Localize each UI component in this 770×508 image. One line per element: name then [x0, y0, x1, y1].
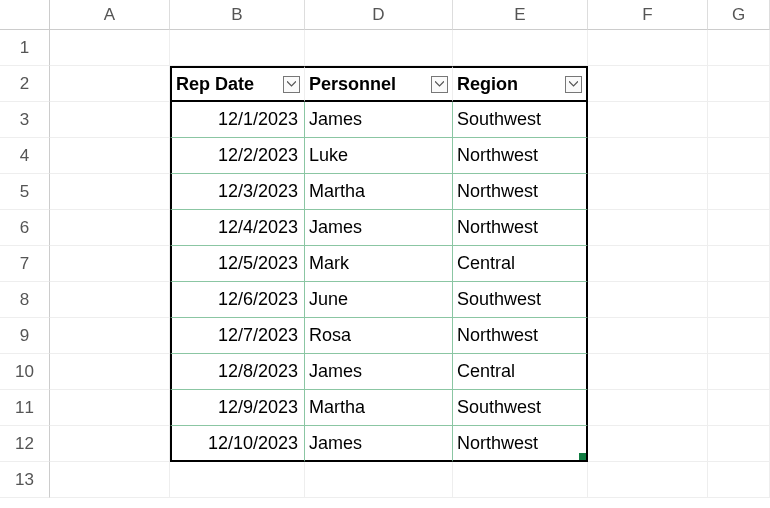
cell-A12[interactable] [50, 426, 170, 462]
column-header-B[interactable]: B [170, 0, 305, 30]
cell-F2[interactable] [588, 66, 708, 102]
cell-A1[interactable] [50, 30, 170, 66]
cell-region[interactable]: Northwest [453, 174, 588, 210]
cell-F7[interactable] [588, 246, 708, 282]
cell-personnel[interactable]: James [305, 354, 453, 390]
cell-A8[interactable] [50, 282, 170, 318]
filter-button-region[interactable] [565, 76, 582, 93]
table-header-region[interactable]: Region [453, 66, 588, 102]
filter-button-personnel[interactable] [431, 76, 448, 93]
cell-rep-date[interactable]: 12/5/2023 [170, 246, 305, 282]
cell-D1[interactable] [305, 30, 453, 66]
cell-E1[interactable] [453, 30, 588, 66]
cell-personnel[interactable]: Rosa [305, 318, 453, 354]
cell-personnel[interactable]: Luke [305, 138, 453, 174]
table-header-personnel[interactable]: Personnel [305, 66, 453, 102]
row-header-13[interactable]: 13 [0, 462, 50, 498]
cell-rep-date[interactable]: 12/1/2023 [170, 102, 305, 138]
cell-region[interactable]: Southwest [453, 102, 588, 138]
cell-rep-date[interactable]: 12/8/2023 [170, 354, 305, 390]
cell-G8[interactable] [708, 282, 770, 318]
cell-region[interactable]: Northwest [453, 138, 588, 174]
row-header-12[interactable]: 12 [0, 426, 50, 462]
cell-G2[interactable] [708, 66, 770, 102]
column-header-F[interactable]: F [588, 0, 708, 30]
row-header-11[interactable]: 11 [0, 390, 50, 426]
cell-rep-date[interactable]: 12/9/2023 [170, 390, 305, 426]
table-header-rep-date[interactable]: Rep Date [170, 66, 305, 102]
column-header-G[interactable]: G [708, 0, 770, 30]
cell-G9[interactable] [708, 318, 770, 354]
cell-E13[interactable] [453, 462, 588, 498]
cell-rep-date[interactable]: 12/2/2023 [170, 138, 305, 174]
cell-G1[interactable] [708, 30, 770, 66]
cell-G11[interactable] [708, 390, 770, 426]
cell-A6[interactable] [50, 210, 170, 246]
cell-F5[interactable] [588, 174, 708, 210]
cell-F3[interactable] [588, 102, 708, 138]
cell-personnel[interactable]: James [305, 102, 453, 138]
row-header-1[interactable]: 1 [0, 30, 50, 66]
cell-G13[interactable] [708, 462, 770, 498]
cell-A3[interactable] [50, 102, 170, 138]
row-header-4[interactable]: 4 [0, 138, 50, 174]
column-header-D[interactable]: D [305, 0, 453, 30]
cell-F13[interactable] [588, 462, 708, 498]
cell-personnel[interactable]: June [305, 282, 453, 318]
cell-A9[interactable] [50, 318, 170, 354]
cell-G10[interactable] [708, 354, 770, 390]
filter-button-rep-date[interactable] [283, 76, 300, 93]
cell-G6[interactable] [708, 210, 770, 246]
row-header-5[interactable]: 5 [0, 174, 50, 210]
cell-rep-date[interactable]: 12/6/2023 [170, 282, 305, 318]
row-header-8[interactable]: 8 [0, 282, 50, 318]
cell-F12[interactable] [588, 426, 708, 462]
cell-A5[interactable] [50, 174, 170, 210]
cell-F1[interactable] [588, 30, 708, 66]
cell-A10[interactable] [50, 354, 170, 390]
cell-D13[interactable] [305, 462, 453, 498]
cell-personnel[interactable]: Martha [305, 174, 453, 210]
fill-handle[interactable] [579, 453, 586, 460]
cell-F8[interactable] [588, 282, 708, 318]
cell-region[interactable]: Southwest [453, 282, 588, 318]
cell-F10[interactable] [588, 354, 708, 390]
cell-G4[interactable] [708, 138, 770, 174]
cell-F11[interactable] [588, 390, 708, 426]
cell-region[interactable]: Northwest [453, 210, 588, 246]
row-header-2[interactable]: 2 [0, 66, 50, 102]
row-header-9[interactable]: 9 [0, 318, 50, 354]
cell-A4[interactable] [50, 138, 170, 174]
cell-rep-date[interactable]: 12/4/2023 [170, 210, 305, 246]
cell-G7[interactable] [708, 246, 770, 282]
column-header-A[interactable]: A [50, 0, 170, 30]
cell-rep-date[interactable]: 12/10/2023 [170, 426, 305, 462]
cell-rep-date[interactable]: 12/7/2023 [170, 318, 305, 354]
cell-A2[interactable] [50, 66, 170, 102]
cell-G3[interactable] [708, 102, 770, 138]
cell-G5[interactable] [708, 174, 770, 210]
cell-F6[interactable] [588, 210, 708, 246]
cell-region[interactable]: Southwest [453, 390, 588, 426]
cell-region[interactable]: Central [453, 246, 588, 282]
cell-A11[interactable] [50, 390, 170, 426]
cell-F4[interactable] [588, 138, 708, 174]
spreadsheet-grid[interactable]: A B D E F G 1 2 Rep Date Personnel Regio… [0, 0, 770, 498]
cell-region[interactable]: Central [453, 354, 588, 390]
cell-F9[interactable] [588, 318, 708, 354]
cell-A7[interactable] [50, 246, 170, 282]
row-header-3[interactable]: 3 [0, 102, 50, 138]
cell-rep-date[interactable]: 12/3/2023 [170, 174, 305, 210]
row-header-6[interactable]: 6 [0, 210, 50, 246]
cell-region[interactable]: Northwest [453, 426, 588, 462]
row-header-7[interactable]: 7 [0, 246, 50, 282]
cell-B13[interactable] [170, 462, 305, 498]
select-all-corner[interactable] [0, 0, 50, 30]
cell-personnel[interactable]: Mark [305, 246, 453, 282]
cell-B1[interactable] [170, 30, 305, 66]
row-header-10[interactable]: 10 [0, 354, 50, 390]
column-header-E[interactable]: E [453, 0, 588, 30]
cell-personnel[interactable]: Martha [305, 390, 453, 426]
cell-personnel[interactable]: James [305, 426, 453, 462]
cell-A13[interactable] [50, 462, 170, 498]
